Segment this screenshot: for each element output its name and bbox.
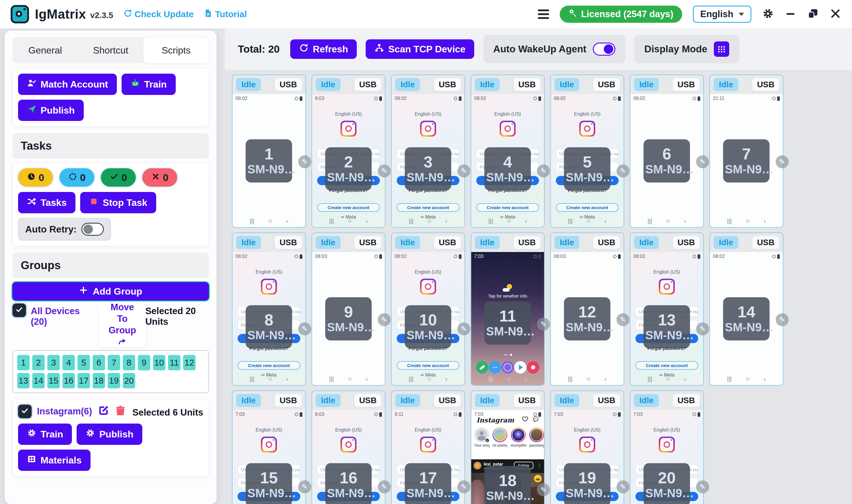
back-icon[interactable]: ‹ [605, 218, 607, 224]
edit-device-icon[interactable]: ✎ [617, 164, 630, 178]
device-screen[interactable]: 7:03Instagram+Your storymr.anime_itssmyt… [471, 410, 544, 504]
recents-icon[interactable]: ||| [727, 376, 732, 382]
device-status-badge[interactable]: Idle [236, 236, 261, 249]
edit-device-icon[interactable]: ✎ [696, 480, 709, 493]
device-status-badge[interactable]: Idle [236, 78, 261, 91]
refresh-button[interactable]: Refresh [290, 39, 357, 59]
device-card[interactable]: IdleUSB7:03English (US)Username, email o… [550, 391, 624, 504]
device-status-badge[interactable]: Idle [316, 78, 341, 91]
recents-icon[interactable]: ||| [568, 376, 573, 382]
home-icon[interactable]: ○ [268, 375, 272, 383]
edit-device-icon[interactable]: ✎ [537, 164, 550, 178]
device-card[interactable]: IdleUSB8:03English (US)Username, email o… [311, 391, 385, 504]
home-icon[interactable]: ○ [348, 375, 352, 383]
device-card[interactable]: IdleUSB08:02English (US)Username, email … [550, 74, 624, 228]
device-status-badge[interactable]: Idle [555, 394, 579, 407]
device-chip[interactable]: 15 [47, 373, 60, 388]
device-chip[interactable]: 2 [32, 355, 45, 370]
group-train-button[interactable]: Train [18, 424, 72, 445]
tab-general[interactable]: General [13, 37, 78, 63]
device-card[interactable]: IdleUSB08:02|||○‹1SM-N9…✎ [232, 74, 306, 228]
device-screen[interactable]: 7:03English (US)Username, email or mobil… [551, 410, 623, 504]
edit-device-icon[interactable]: ✎ [617, 480, 630, 493]
language-select[interactable]: English [693, 6, 751, 23]
device-card[interactable]: IdleUSB21:11|||○‹7SM-N9…✎ [709, 74, 783, 228]
edit-device-icon[interactable]: ✎ [696, 155, 709, 168]
publish-button[interactable]: Publish [18, 100, 84, 121]
edit-device-icon[interactable]: ✎ [696, 322, 709, 336]
device-chip[interactable]: 1 [17, 355, 30, 370]
device-card[interactable]: IdleUSB08:02|||○‹6SM-N9…✎ [630, 74, 704, 228]
device-status-badge[interactable]: Idle [555, 78, 579, 91]
device-card[interactable]: IdleUSB08:02English (US)Username, email … [232, 233, 306, 386]
device-screen[interactable]: 8:03English (US)Username, email or mobil… [312, 410, 385, 504]
story-item[interactable]: mr.anime_ [493, 427, 508, 448]
home-icon[interactable]: ○ [428, 217, 431, 225]
create-account-button[interactable]: Create new account [635, 361, 698, 370]
device-chip[interactable]: 9 [138, 355, 150, 370]
all-devices-label[interactable]: All Devices (20) [31, 304, 88, 327]
edit-device-icon[interactable]: ✎ [457, 480, 470, 493]
device-status-badge[interactable]: Idle [395, 236, 420, 249]
device-card[interactable]: IdleUSB8:03English (US)Username, email o… [311, 74, 385, 228]
device-status-badge[interactable]: Idle [713, 236, 738, 249]
device-chip[interactable]: 11 [168, 355, 180, 370]
edit-device-icon[interactable]: ✎ [457, 322, 470, 336]
edit-device-icon[interactable]: ✎ [378, 480, 391, 493]
recents-icon[interactable]: ||| [488, 376, 493, 382]
device-screen[interactable]: 08:02English (US)Username, email or mobi… [471, 94, 544, 227]
device-screen[interactable]: 21:11|||○‹7SM-N9… [710, 94, 783, 227]
device-chip[interactable]: 13 [17, 373, 30, 388]
device-card[interactable]: IdleUSB9:11English (US)Username, email o… [391, 391, 465, 504]
recents-icon[interactable]: ||| [648, 376, 652, 382]
home-icon[interactable]: ○ [428, 375, 431, 383]
edit-device-icon[interactable]: ✎ [298, 155, 311, 168]
recents-icon[interactable]: ||| [250, 376, 254, 382]
back-icon[interactable]: ‹ [764, 376, 766, 382]
device-chip[interactable]: 6 [93, 355, 105, 370]
device-screen[interactable]: 08:03|||○‹9SM-N9… [312, 252, 385, 385]
device-status-badge[interactable]: Idle [316, 236, 341, 249]
edit-group-icon[interactable] [97, 405, 109, 418]
recents-icon[interactable]: ||| [727, 218, 732, 224]
home-icon[interactable]: ○ [348, 217, 352, 225]
device-chip[interactable]: 10 [153, 355, 165, 370]
device-chip[interactable]: 16 [62, 373, 75, 388]
instagram-group-label[interactable]: Instagram(6) [37, 406, 92, 417]
edit-device-icon[interactable]: ✎ [298, 480, 311, 493]
back-icon[interactable]: ‹ [525, 376, 527, 382]
tab-shortcut[interactable]: Shortcut [78, 37, 143, 63]
device-card[interactable]: IdleUSB7:03Instagram+Your storymr.anime_… [471, 391, 545, 504]
device-screen[interactable]: 08:02|||○‹6SM-N9… [630, 94, 703, 227]
playstore-app-icon[interactable] [514, 361, 527, 374]
stop-task-button[interactable]: Stop Task [80, 192, 156, 213]
camera-app-icon[interactable] [527, 361, 539, 374]
tutorial-link[interactable]: Tutorial [204, 9, 247, 20]
device-screen[interactable]: 8:03English (US)Username, email or mobil… [312, 94, 385, 227]
edit-device-icon[interactable]: ✎ [537, 318, 550, 331]
device-chip[interactable]: 3 [47, 355, 60, 370]
post-more-icon[interactable]: ⋮ [537, 463, 542, 468]
device-status-badge[interactable]: Idle [713, 78, 738, 91]
device-card[interactable]: IdleUSB7:03Tap for weather info⋯|||○‹11S… [471, 233, 545, 386]
match-account-button[interactable]: Match Account [18, 74, 117, 95]
home-icon[interactable]: ○ [587, 217, 591, 225]
device-screen[interactable]: 7:03English (US)Username, email or mobil… [630, 410, 703, 504]
menu-icon[interactable] [538, 10, 549, 19]
device-chip[interactable]: 20 [123, 373, 135, 388]
group-publish-button[interactable]: Publish [77, 424, 142, 445]
device-status-badge[interactable]: Idle [555, 236, 579, 249]
story-item[interactable]: yaochangf [529, 427, 544, 448]
browser-app-icon[interactable] [502, 361, 514, 374]
device-status-badge[interactable]: Idle [634, 78, 659, 91]
edit-device-icon[interactable]: ✎ [378, 164, 391, 178]
all-devices-checkbox[interactable] [13, 304, 26, 317]
license-badge[interactable]: Licensed (2547 days) [560, 6, 682, 23]
recents-icon[interactable]: ||| [409, 218, 414, 224]
add-group-button[interactable]: Add Group [13, 282, 209, 301]
home-icon[interactable]: ○ [746, 375, 750, 383]
edit-device-icon[interactable]: ✎ [378, 313, 391, 326]
device-chip[interactable]: 19 [108, 373, 120, 388]
recents-icon[interactable]: ||| [488, 218, 493, 224]
device-chip[interactable]: 8 [123, 355, 135, 370]
